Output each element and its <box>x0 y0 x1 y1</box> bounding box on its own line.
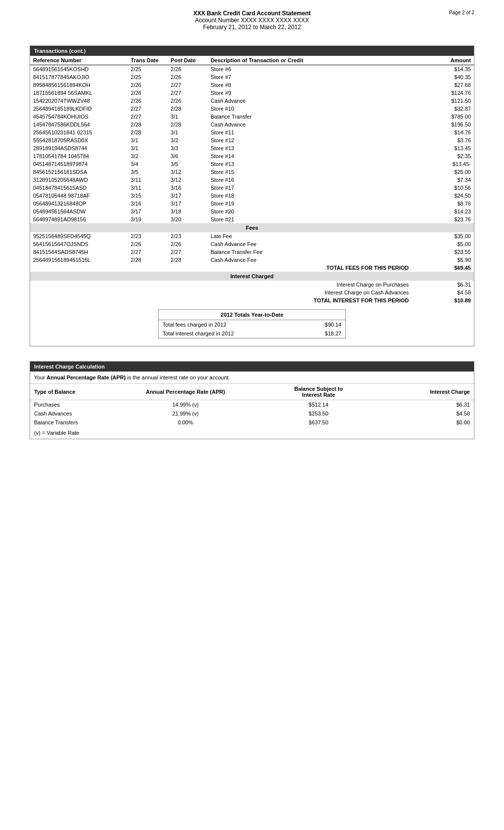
apr-note: Your Annual Percentage Rate (APR) is the… <box>30 372 474 384</box>
cell-post: 3/6 <box>168 152 208 160</box>
cell-trans: 3/5 <box>128 168 168 176</box>
cell-post: 3/17 <box>168 192 208 200</box>
cell-desc: Store #11 <box>208 128 412 136</box>
ytd-label: Total interest charged in 2012 <box>159 329 301 338</box>
cell-desc: Store #13 <box>208 160 412 168</box>
interest-desc: Interest Charge on Purchases <box>30 281 412 289</box>
table-row: 054894561564ASDW 3/17 3/18 Store #20 $14… <box>30 208 474 215</box>
cell-amount: $785.00 <box>412 113 474 121</box>
statement-title: XXX Bank Credit Card Account Statement <box>30 10 474 17</box>
cell-desc: Store #8 <box>208 81 412 89</box>
cell-post: 2/26 <box>168 97 208 105</box>
ytd-label: Total fees charged in 2012 <box>159 320 301 329</box>
interest-calc-section: Interest Charge Calculation Your Annual … <box>30 361 474 439</box>
cell-desc: Store #7 <box>208 73 412 81</box>
cell-ref: 84151564SADS8745H <box>30 248 128 256</box>
irow-balance: $253.50 <box>252 409 385 418</box>
cell-desc: Cash Advance <box>208 97 412 105</box>
cell-ref: 9525156489SFD4545Q <box>30 232 128 240</box>
fee-row: 9525156489SFD4545Q 2/23 2/23 Late Fee $3… <box>30 232 474 240</box>
cell-ref: 841517877845AKOJIO <box>30 73 128 81</box>
table-row: 17810541784 1045784 3/2 3/6 Store #14 $2… <box>30 152 474 160</box>
transactions-table: Reference Number Trans Date Post Date De… <box>30 56 474 304</box>
cell-post: 3/12 <box>168 168 208 176</box>
cell-ref: 2564894185189LKDFID <box>30 105 128 113</box>
interest-amount: $6.31 <box>412 281 474 289</box>
page-number: Page 2 of 2 <box>449 10 474 15</box>
interest-subheader-label: Interest Charged <box>30 272 474 281</box>
cell-trans: 3/1 <box>128 144 168 152</box>
cell-amount: $14.23 <box>412 208 474 215</box>
total-interest-row: TOTAL INTEREST FOR THIS PERIOD $10.89 <box>30 296 474 304</box>
cell-post: 3/18 <box>168 208 208 215</box>
cell-ref: 04518478415615ASD <box>30 184 128 192</box>
transactions-section: Transactions (cont.) Reference Number Tr… <box>30 45 474 346</box>
interest-calc-row: Purchases 14.99% (v) $512.14 $6.31 <box>30 400 474 410</box>
cell-ref: 8456152156181SDSA <box>30 168 128 176</box>
cell-trans: 3/4 <box>128 160 168 168</box>
cell-desc: Store #12 <box>208 136 412 144</box>
transactions-header: Transactions (cont.) <box>30 46 474 56</box>
cell-post: 2/23 <box>168 232 208 240</box>
fee-row: 84151564SADS8745H 2/27 2/27 Balance Tran… <box>30 248 474 256</box>
table-row: 18715561894 56SAMKL 2/26 2/27 Store #9 $… <box>30 89 474 97</box>
cell-desc: Store #6 <box>208 65 412 74</box>
cell-desc: Cash Advance Fee <box>208 240 412 248</box>
cell-post: 3/1 <box>168 128 208 136</box>
interest-amount: $4.58 <box>412 289 474 296</box>
cell-amount: $3.76 <box>412 136 474 144</box>
ytd-amount: $90.14 <box>301 320 345 329</box>
apr-note-bold: Annual Percentage Rate (APR) <box>46 374 126 380</box>
cell-amount: $27.68 <box>412 81 474 89</box>
cell-trans: 3/11 <box>128 176 168 184</box>
cell-post: 2/28 <box>168 105 208 113</box>
table-row: 31289105205648AWD 3/11 3/12 Store #16 $7… <box>30 176 474 184</box>
table-row: 04518478415615ASD 3/11 3/16 Store #17 $1… <box>30 184 474 192</box>
cell-trans: 2/26 <box>128 89 168 97</box>
table-row: 25645610231841 02315 2/28 3/1 Store #11 … <box>30 128 474 136</box>
cell-desc: Store #17 <box>208 184 412 192</box>
cell-amount: $24.50 <box>412 192 474 200</box>
table-row: 8456152156181SDSA 3/5 3/12 Store #15 $25… <box>30 168 474 176</box>
irow-balance: $512.14 <box>252 400 385 410</box>
cell-post: 2/26 <box>168 240 208 248</box>
cell-desc: Store #13 <box>208 144 412 152</box>
account-number: Account Number XXXX XXXX XXXX XXXX <box>30 17 474 24</box>
cell-desc: Cash Advance <box>208 121 412 128</box>
irow-charge: $6.31 <box>385 400 474 410</box>
cell-ref: 31289105205648AWD <box>30 176 128 184</box>
cell-amount: $121.50 <box>412 97 474 105</box>
cell-ref: 25645610231841 02315 <box>30 128 128 136</box>
irow-type: Purchases <box>30 400 119 410</box>
cell-trans: 2/28 <box>128 121 168 128</box>
cell-trans: 2/28 <box>128 128 168 136</box>
cell-post: 2/27 <box>168 248 208 256</box>
fees-subheader-row: Fees <box>30 223 474 232</box>
cell-post: 2/27 <box>168 81 208 89</box>
cell-ref: 56415615647OJSNDS <box>30 240 128 248</box>
cell-amount: $124.76 <box>412 89 474 97</box>
cell-ref: 056489413216848OP <box>30 200 128 208</box>
interest-calc-header: Interest Charge Calculation <box>30 362 474 372</box>
ytd-title: 2012 Totals Year-to-Date <box>159 310 345 320</box>
table-row: 5648974891AD98156 3/19 3/20 Store #21 $2… <box>30 215 474 223</box>
table-row: 14547847586KDDL564 2/28 2/28 Cash Advanc… <box>30 121 474 128</box>
table-row: 2564894185189LKDFID 2/27 2/28 Store #10 … <box>30 105 474 113</box>
cell-ref: 55542818705RASD0X <box>30 136 128 144</box>
icol-balance: Balance Subject toInterest Rate <box>252 384 385 400</box>
apr-note-suffix: is the annual interest rate on your acco… <box>126 374 230 380</box>
cell-desc: Store #21 <box>208 215 412 223</box>
cell-amount: $7.34 <box>412 176 474 184</box>
irow-type: Balance Transfers <box>30 418 119 427</box>
cell-trans: 2/23 <box>128 232 168 240</box>
cell-amount: $8.76 <box>412 200 474 208</box>
cell-post: 3/16 <box>168 184 208 192</box>
col-header-post: Post Date <box>168 56 208 65</box>
cell-trans: 3/19 <box>128 215 168 223</box>
irow-apr: 0.00% <box>119 418 252 427</box>
cell-post: 3/12 <box>168 176 208 184</box>
cell-amount: $40.35 <box>412 73 474 81</box>
icol-apr: Annual Percentage Rate (APR) <box>119 384 252 400</box>
table-row: 841517877845AKOJIO 2/25 2/26 Store #7 $4… <box>30 73 474 81</box>
cell-amount: $5.00 <box>412 240 474 248</box>
